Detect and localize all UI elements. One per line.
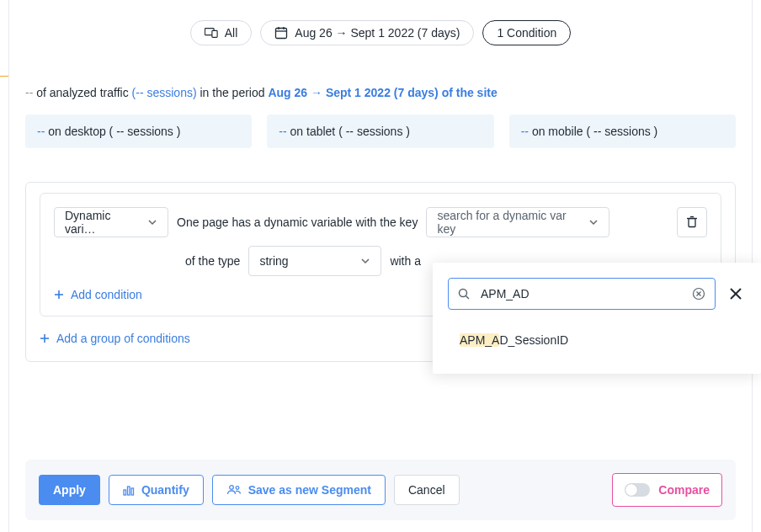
clear-input-icon[interactable] [691, 286, 706, 301]
footer-actions: Apply Quantify Save as new Segment Cance… [25, 460, 736, 520]
condition-count-pill[interactable]: 1 Condition [482, 20, 571, 45]
chevron-down-icon [147, 217, 157, 227]
condition-count-label: 1 Condition [497, 26, 556, 40]
svg-rect-2 [276, 29, 287, 39]
bar-chart-icon [123, 484, 135, 496]
svg-line-19 [466, 296, 470, 300]
compare-toggle[interactable] [625, 483, 650, 497]
compare-toggle-box[interactable]: Compare [612, 473, 722, 507]
svg-point-18 [460, 290, 467, 297]
devices-icon [205, 26, 218, 40]
svg-rect-7 [689, 219, 695, 227]
svg-point-17 [236, 487, 239, 490]
plus-icon [40, 333, 50, 343]
save-segment-button[interactable]: Save as new Segment [212, 475, 386, 505]
search-icon [457, 287, 471, 301]
sentence-part: of the type [185, 254, 240, 268]
close-dropdown-button[interactable] [726, 284, 746, 304]
add-group-link[interactable]: Add a group of conditions [26, 317, 204, 345]
summary-sentence: -- of analyzed traffic (-- sessions) in … [0, 45, 761, 99]
variable-type-select[interactable]: Dynamic vari… [54, 207, 168, 237]
trash-icon [685, 215, 699, 229]
value-type-select[interactable]: string [248, 246, 381, 276]
device-filter-label: All [225, 26, 238, 40]
apply-button[interactable]: Apply [39, 475, 100, 505]
people-icon [226, 484, 242, 496]
sessions-link[interactable]: (-- sessions) [132, 86, 197, 99]
add-condition-link[interactable]: Add condition [54, 276, 142, 301]
delete-condition-button[interactable] [677, 207, 707, 237]
chevron-down-icon [360, 256, 370, 266]
close-icon [728, 286, 743, 301]
svg-rect-15 [131, 488, 134, 495]
calendar-icon [274, 26, 288, 40]
cancel-button[interactable]: Cancel [394, 475, 460, 505]
mobile-chip[interactable]: -- on mobile ( -- sessions ) [509, 114, 736, 148]
chevron-down-icon [588, 217, 599, 227]
date-filter-pill[interactable]: Aug 26 → Sept 1 2022 (7 days) [260, 20, 474, 45]
device-filter-pill[interactable]: All [190, 20, 253, 45]
tablet-chip[interactable]: -- on tablet ( -- sessions ) [267, 114, 493, 148]
dropdown-result-item[interactable]: APM_AD_SessionID [433, 322, 761, 359]
dropdown-search-input-wrap[interactable] [448, 278, 716, 310]
plus-icon [54, 290, 64, 300]
period-link[interactable]: Aug 26 → Sept 1 2022 (7 days) of the sit… [268, 86, 497, 99]
quantify-button[interactable]: Quantify [109, 475, 204, 505]
desktop-chip[interactable]: -- on desktop ( -- sessions ) [25, 114, 252, 148]
svg-point-16 [229, 486, 233, 490]
dropdown-search-input[interactable] [479, 286, 683, 301]
svg-rect-1 [212, 30, 217, 37]
date-filter-label: Aug 26 → Sept 1 2022 (7 days) [295, 26, 460, 40]
dynamic-var-key-select[interactable]: search for a dynamic var key [426, 207, 609, 237]
svg-rect-13 [124, 490, 126, 495]
var-key-dropdown: APM_AD_SessionID [433, 263, 761, 374]
sentence-part: One page has a dynamic variable with the… [177, 215, 418, 229]
sentence-part: with a [390, 254, 421, 268]
svg-rect-14 [127, 487, 130, 495]
